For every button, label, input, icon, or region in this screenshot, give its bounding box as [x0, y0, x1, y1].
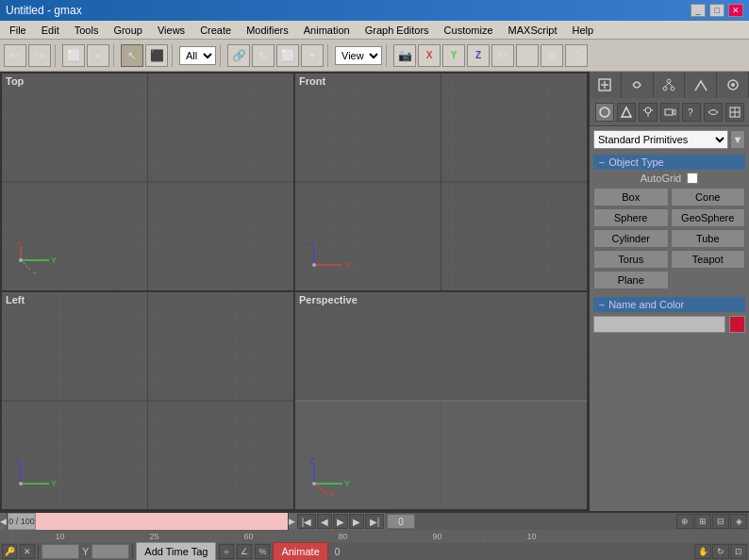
object-type-collapse[interactable]: – — [599, 156, 605, 168]
add-time-tag-button[interactable]: Add Time Tag — [136, 542, 216, 560]
orbit-button[interactable]: ↻ — [712, 544, 729, 559]
menu-help[interactable]: Help — [565, 23, 602, 38]
frame-counter[interactable]: 0 — [387, 514, 415, 529]
viewport-ctrl-3[interactable]: ⊟ — [712, 514, 729, 529]
viewport-front[interactable]: Front Z X — [294, 73, 588, 291]
time-thumb[interactable]: 0 / 100 — [8, 513, 36, 530]
menu-group[interactable]: Group — [106, 23, 150, 38]
ruler-row: 10 25 60 80 90 10 — [0, 530, 749, 543]
time-right-arrow[interactable]: ▶ — [288, 513, 295, 530]
box-button[interactable]: Box — [593, 188, 669, 206]
svg-line-36 — [314, 484, 328, 495]
render-button[interactable]: 📷 — [393, 44, 416, 67]
name-color-collapse[interactable]: – — [599, 299, 605, 310]
minimize-button[interactable]: _ — [691, 4, 706, 17]
geometry-icon[interactable] — [595, 103, 614, 122]
autogrid-checkbox[interactable] — [687, 173, 698, 184]
selection-filter-dropdown[interactable]: All — [179, 46, 216, 65]
layers-button[interactable]: ⬡ — [565, 44, 588, 67]
play-button[interactable]: ▶ — [333, 514, 348, 529]
timeline-pink[interactable]: 0 / 100 — [8, 513, 288, 530]
plane-button[interactable]: Plane — [593, 271, 669, 289]
prev-frame-button[interactable]: ◀ — [317, 514, 332, 529]
panel-tab-create[interactable] — [590, 72, 622, 98]
menu-create[interactable]: Create — [192, 23, 239, 38]
viewport-left[interactable]: Left Z Y — [1, 291, 294, 510]
svg-text:Y: Y — [344, 479, 350, 488]
viewport-top[interactable]: Top — [1, 73, 294, 291]
viewport-ctrl-4[interactable]: ◈ — [730, 514, 747, 529]
zoom-all-button[interactable]: ⊡ — [730, 544, 747, 559]
viewport-perspective[interactable]: Perspective — [294, 291, 588, 510]
cameras-icon[interactable] — [660, 103, 679, 122]
zaxis-button[interactable]: Z — [467, 44, 490, 67]
menu-maxscript[interactable]: MAXScript — [501, 23, 565, 38]
select-move-button[interactable]: ⬛ — [145, 44, 168, 67]
menu-animation[interactable]: Animation — [296, 23, 358, 38]
teapot-button[interactable]: Teapot — [671, 250, 746, 269]
x-coord-input[interactable] — [42, 544, 79, 559]
xaxis-button[interactable]: X — [418, 44, 441, 67]
time-left-arrow[interactable]: ◀ — [0, 513, 8, 530]
undo-button[interactable]: ↩ — [4, 44, 26, 67]
cone-button[interactable]: Cone — [671, 188, 746, 206]
viewport-ctrl-1[interactable]: ⊕ — [676, 514, 693, 529]
systems-icon[interactable] — [725, 103, 744, 122]
menu-views[interactable]: Views — [150, 23, 192, 38]
primitives-dropdown[interactable]: Standard Primitives ▼ — [593, 130, 745, 149]
window-controls[interactable]: _ □ ✕ — [691, 4, 743, 17]
select-object-button[interactable]: ⬜ — [62, 44, 85, 67]
next-frame-button[interactable]: ▶ — [349, 514, 364, 529]
panel-tab-motion[interactable] — [685, 72, 717, 98]
yaxis-button[interactable]: Y — [442, 44, 465, 67]
animate-button[interactable]: Animate — [273, 542, 327, 560]
viewport-ctrl-2[interactable]: ⊞ — [694, 514, 711, 529]
toolbar-separator-3 — [172, 44, 175, 67]
torus-button[interactable]: Torus — [593, 250, 669, 269]
redo-button[interactable]: ↪ — [28, 44, 51, 67]
cylinder-button[interactable]: Cylinder — [593, 229, 669, 248]
snap-angle-button[interactable]: ∠ — [237, 544, 252, 559]
panel-tab-hierarchy[interactable] — [654, 72, 686, 98]
tube-button[interactable]: Tube — [671, 229, 746, 248]
menu-graph-editors[interactable]: Graph Editors — [358, 23, 437, 38]
spacewarps-icon[interactable] — [704, 103, 723, 122]
goto-start-button[interactable]: |◀ — [297, 514, 316, 529]
shapes-icon[interactable] — [617, 103, 636, 122]
menu-edit[interactable]: Edit — [34, 23, 67, 38]
snap-3d-button[interactable]: ⟡ — [219, 544, 234, 559]
menu-file[interactable]: File — [2, 23, 34, 38]
align-button[interactable]: ⊞ — [541, 44, 563, 67]
mirror-button[interactable]: ⬦ — [516, 44, 539, 67]
panel-tab-modify[interactable] — [622, 72, 654, 98]
y-coord-input[interactable] — [92, 544, 129, 559]
select-tool-button[interactable]: ↖ — [121, 44, 143, 67]
menu-tools[interactable]: Tools — [67, 23, 107, 38]
snap-pct-button[interactable]: % — [255, 544, 270, 559]
snap-button[interactable]: ✦ — [301, 44, 324, 67]
maximize-button[interactable]: □ — [709, 4, 724, 17]
primitives-select[interactable]: Standard Primitives — [593, 130, 728, 149]
xy-button[interactable]: XY — [491, 44, 514, 67]
scale-button[interactable]: ⬜ — [276, 44, 299, 67]
delete-key-button[interactable]: ✕ — [20, 544, 35, 559]
link-button[interactable]: 🔗 — [227, 44, 250, 67]
panel-icon-row: ? — [590, 98, 749, 126]
key-button[interactable]: 🔑 — [2, 544, 17, 559]
rotate-button[interactable]: ↻ — [252, 44, 275, 67]
goto-end-button[interactable]: ▶| — [365, 514, 384, 529]
view-mode-dropdown[interactable]: View — [335, 46, 382, 65]
lights-icon[interactable] — [639, 103, 657, 122]
menu-customize[interactable]: Customize — [437, 23, 501, 38]
close-button[interactable]: ✕ — [728, 4, 743, 17]
select-region-button[interactable]: ▪ — [87, 44, 109, 67]
menu-modifiers[interactable]: Modifiers — [239, 23, 296, 38]
panel-tab-display[interactable] — [717, 72, 749, 98]
object-name-input[interactable] — [593, 316, 725, 333]
pan-button[interactable]: ✋ — [694, 544, 711, 559]
primitives-dropdown-arrow[interactable]: ▼ — [730, 130, 745, 149]
helpers-icon[interactable]: ? — [682, 103, 701, 122]
geosphere-button[interactable]: GeoSphere — [671, 208, 746, 227]
color-swatch[interactable] — [729, 316, 745, 333]
sphere-button[interactable]: Sphere — [593, 208, 669, 227]
